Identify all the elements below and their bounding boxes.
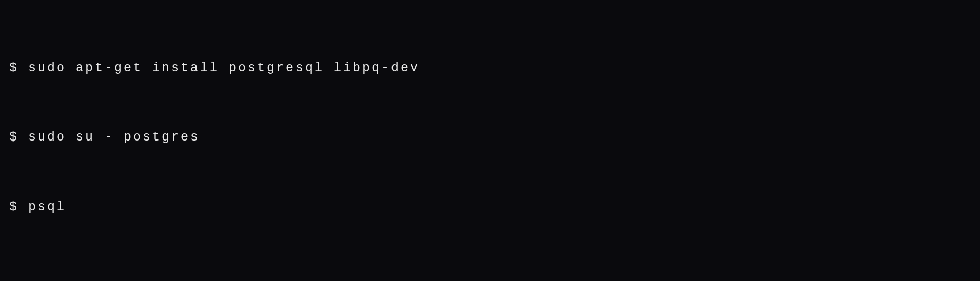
terminal-line: $ sudo apt-get install postgresql libpq-… (9, 57, 971, 80)
command-text: sudo su - postgres (28, 130, 200, 145)
shell-prompt: $ (9, 61, 28, 75)
command-text: sudo apt-get install postgresql libpq-de… (28, 61, 420, 75)
terminal-line (9, 265, 971, 281)
terminal-output: $ sudo apt-get install postgresql libpq-… (9, 10, 971, 281)
command-text: psql (28, 200, 66, 214)
shell-prompt: $ (9, 200, 28, 214)
shell-prompt: $ (9, 130, 28, 145)
terminal-line: $ psql (9, 196, 971, 219)
terminal-line: $ sudo su - postgres (9, 126, 971, 149)
